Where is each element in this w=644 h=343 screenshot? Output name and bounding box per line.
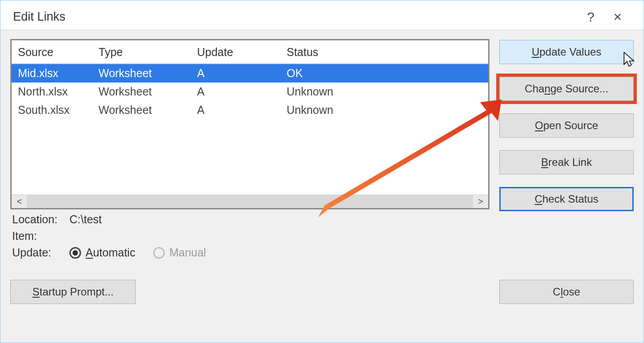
list-header: Source Type Update Status — [12, 40, 488, 64]
list-row[interactable]: Mid.xlsxWorksheetAOK — [12, 64, 488, 82]
item-label: Item: — [12, 230, 61, 243]
open-source-button[interactable]: Open Source — [499, 113, 634, 138]
cell-type: Worksheet — [99, 67, 197, 80]
scroll-right-icon[interactable]: > — [473, 196, 488, 207]
radio-dot-icon — [69, 247, 81, 259]
update-label: Update: — [12, 246, 61, 259]
cell-status: Unknown — [287, 104, 482, 117]
list-row[interactable]: North.xlsxWorksheetAUnknown — [12, 82, 488, 101]
cell-update: A — [197, 104, 287, 117]
scroll-track[interactable] — [27, 195, 473, 208]
close-button[interactable]: Close — [499, 280, 634, 304]
cell-status: OK — [287, 67, 482, 80]
button-column: Update Values Change Source... Open Sour… — [499, 39, 634, 263]
col-source[interactable]: Source — [18, 46, 99, 59]
cell-source: Mid.xlsx — [18, 67, 99, 80]
horizontal-scrollbar[interactable]: < > — [12, 195, 488, 208]
col-type[interactable]: Type — [99, 46, 197, 59]
radio-automatic[interactable]: Automatic — [69, 246, 135, 259]
cell-source: South.xlsx — [18, 104, 99, 117]
cell-type: Worksheet — [99, 85, 197, 98]
radio-manual: Manual — [153, 246, 206, 259]
close-icon[interactable]: × — [604, 9, 631, 25]
titlebar: Edit Links ? × — [0, 0, 644, 30]
cursor-icon — [623, 51, 638, 68]
col-status[interactable]: Status — [287, 46, 482, 59]
change-source-button[interactable]: Change Source... — [499, 77, 634, 101]
cell-source: North.xlsx — [18, 85, 99, 98]
info-area: Location: C:\test Item: Update: Automati… — [10, 209, 489, 263]
location-value: C:\test — [69, 213, 102, 226]
dialog-title: Edit Links — [13, 10, 65, 24]
cell-status: Unknown — [287, 85, 482, 98]
location-label: Location: — [12, 213, 61, 226]
update-values-button[interactable]: Update Values — [499, 40, 634, 64]
cell-update: A — [197, 67, 287, 80]
cell-type: Worksheet — [99, 104, 197, 117]
list-row[interactable]: South.xlsxWorksheetAUnknown — [12, 101, 488, 119]
edit-links-dialog: Edit Links ? × Source Type Update Status… — [0, 0, 644, 343]
radio-dot-icon — [153, 247, 165, 259]
cell-update: A — [197, 85, 287, 98]
startup-prompt-button[interactable]: Startup Prompt... — [10, 280, 136, 304]
links-list[interactable]: Source Type Update Status Mid.xlsxWorksh… — [10, 39, 489, 209]
help-icon[interactable]: ? — [577, 9, 604, 25]
scroll-left-icon[interactable]: < — [12, 196, 27, 207]
col-update[interactable]: Update — [197, 46, 287, 59]
check-status-button[interactable]: Check Status — [499, 187, 634, 211]
break-link-button[interactable]: Break Link — [499, 150, 634, 174]
